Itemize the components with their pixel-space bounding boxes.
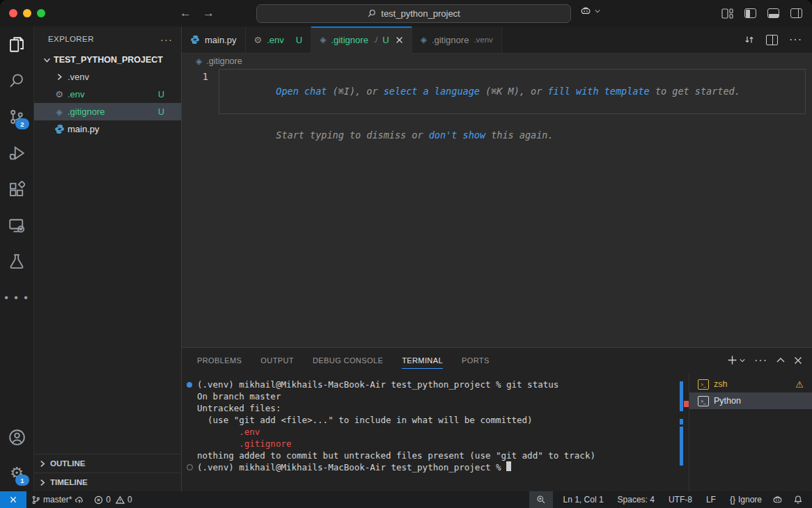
close-window-button[interactable]	[9, 9, 17, 17]
git-branch-status[interactable]: master*	[26, 491, 89, 508]
copilot-status[interactable]	[767, 491, 788, 508]
branch-name: master*	[43, 495, 72, 505]
tab-ports[interactable]: PORTS	[462, 348, 490, 372]
search-icon[interactable]	[0, 63, 33, 99]
gear-icon: ⚙	[254, 35, 263, 45]
back-button[interactable]: ←	[180, 6, 192, 20]
breadcrumb[interactable]: ◈ .gitignore	[182, 53, 812, 70]
explorer-more-actions-icon[interactable]: ···	[160, 33, 173, 45]
dont-show-link[interactable]: don't show	[429, 129, 485, 141]
close-tab-icon[interactable]	[396, 36, 403, 44]
tab-mainpy[interactable]: main.py	[182, 26, 246, 53]
zoom-window-button[interactable]	[37, 9, 45, 17]
toggle-secondary-sidebar-icon[interactable]	[790, 8, 802, 18]
fill-with-template-link[interactable]: fill with template	[547, 86, 649, 97]
close-panel-icon[interactable]	[794, 356, 802, 365]
select-language-link[interactable]: select a language	[384, 86, 480, 97]
panel-header: PROBLEMS OUTPUT DEBUG CONSOLE TERMINAL P…	[182, 348, 812, 372]
explorer-sidebar: EXPLORER ··· TEST_PYTHON_PROJECT .venv ⚙…	[34, 26, 182, 491]
extensions-icon[interactable]	[0, 171, 33, 207]
section-label: TIMELINE	[50, 478, 88, 486]
tab-label: .env	[267, 35, 284, 45]
tab-env[interactable]: ⚙ .env U	[246, 26, 312, 53]
remote-indicator[interactable]	[0, 491, 26, 508]
source-control-icon[interactable]: 2	[0, 99, 33, 135]
file-row-gitignore[interactable]: ◈ .gitignore U	[34, 103, 181, 120]
outline-section-header[interactable]: OUTLINE	[34, 454, 181, 473]
diamond-icon: ◈	[196, 57, 202, 65]
split-editor-icon[interactable]	[766, 35, 778, 45]
explorer-icon[interactable]	[0, 26, 33, 63]
terminal-cursor	[506, 461, 511, 471]
file-row-env[interactable]: ⚙ .env U	[34, 86, 181, 103]
breadcrumb-filename: .gitignore	[206, 56, 242, 66]
tab-gitignore-venv[interactable]: ◈ .gitignore .venv	[412, 26, 502, 53]
code-editor[interactable]: 1 Open chat (⌘I), or select a language (…	[182, 70, 812, 348]
indentation-status[interactable]: Spaces: 4	[613, 491, 659, 508]
tab-output[interactable]: OUTPUT	[260, 348, 294, 372]
chevron-down-icon	[740, 358, 745, 363]
terminal-output[interactable]: (.venv) mikhail@Mikhails-MacBook-Air tes…	[182, 373, 680, 491]
terminal-tab-python[interactable]: >_ Python	[689, 392, 812, 409]
diamond-icon: ◈	[52, 108, 66, 116]
minimize-window-button[interactable]	[23, 9, 31, 17]
tab-description: ./	[373, 35, 377, 44]
remote-icon	[8, 495, 18, 505]
warnings-icon	[116, 495, 125, 505]
tab-gitignore[interactable]: ◈ .gitignore ./ U	[311, 26, 412, 53]
maximize-panel-icon[interactable]	[776, 357, 785, 363]
tab-description: .venv	[474, 35, 493, 44]
terminal-tab-label: Python	[714, 396, 741, 406]
hint-text: to get started.	[650, 86, 740, 97]
tab-problems[interactable]: PROBLEMS	[197, 348, 242, 372]
terminal-line: (use "git add <file>..." to include in w…	[182, 414, 680, 426]
chevron-down-icon	[43, 56, 51, 64]
tab-terminal[interactable]: TERMINAL	[402, 348, 443, 372]
timeline-section-header[interactable]: TIMELINE	[34, 473, 181, 491]
file-label: .env	[68, 89, 85, 100]
terminal-tab-label: zsh	[714, 379, 727, 389]
open-changes-icon[interactable]	[744, 34, 755, 45]
toggle-primary-sidebar-icon[interactable]	[744, 8, 756, 18]
diamond-icon: ◈	[320, 35, 326, 44]
file-row-venv[interactable]: .venv	[34, 68, 181, 86]
customize-layout-icon[interactable]	[721, 8, 733, 19]
python-icon	[52, 124, 66, 134]
copilot-menu[interactable]	[579, 6, 600, 16]
language-mode-status[interactable]: {} Ignore	[725, 491, 767, 508]
remote-explorer-icon[interactable]	[0, 207, 33, 244]
new-terminal-button[interactable]	[727, 355, 745, 365]
file-label: .venv	[68, 72, 89, 82]
zoom-indicator[interactable]	[529, 491, 553, 508]
forward-button[interactable]: →	[203, 6, 214, 20]
testing-icon[interactable]	[0, 244, 33, 280]
explorer-header: EXPLORER ···	[34, 26, 181, 51]
history-nav: ← →	[180, 6, 214, 20]
tab-debug-console[interactable]: DEBUG CONSOLE	[313, 348, 383, 372]
bell-icon	[793, 495, 803, 505]
encoding-status[interactable]: UTF-8	[664, 491, 697, 508]
terminal-tab-zsh[interactable]: >_ zsh ⚠	[689, 376, 812, 392]
eol-status[interactable]: LF	[701, 491, 721, 508]
terminal-line: On branch master	[182, 390, 680, 402]
settings-gear-icon[interactable]: ⚙ 1	[0, 455, 33, 491]
open-chat-link[interactable]: Open chat	[276, 86, 327, 97]
tab-label: .gitignore	[331, 35, 368, 45]
accounts-icon[interactable]	[0, 419, 33, 455]
cursor-position-status[interactable]: Ln 1, Col 1	[559, 491, 609, 508]
tab-label: main.py	[205, 35, 237, 45]
file-row-mainpy[interactable]: main.py	[34, 120, 181, 138]
problems-status[interactable]: 0 0	[89, 491, 136, 508]
window-controls	[9, 9, 45, 17]
panel-more-actions-icon[interactable]: ···	[754, 354, 767, 367]
run-and-debug-icon[interactable]	[0, 135, 33, 171]
project-root-row[interactable]: TEST_PYTHON_PROJECT	[34, 51, 181, 68]
toggle-panel-icon[interactable]	[767, 8, 779, 18]
notifications-bell[interactable]	[788, 491, 808, 508]
title-bar: ← → test_python_project	[0, 0, 812, 27]
search-value: test_python_project	[381, 8, 460, 19]
chevron-right-icon	[52, 73, 66, 81]
command-center-search[interactable]: test_python_project	[256, 4, 571, 23]
more-views-icon[interactable]: • • •	[0, 280, 33, 316]
more-actions-icon[interactable]: ···	[789, 33, 802, 46]
